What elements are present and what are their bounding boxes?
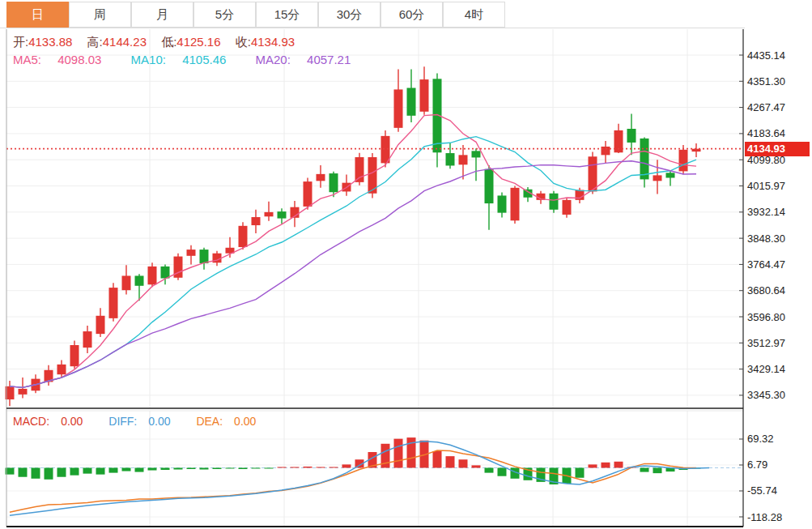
candle — [317, 165, 325, 188]
candle — [252, 210, 261, 233]
candle — [394, 69, 403, 131]
candle — [109, 283, 118, 321]
macd-bar — [329, 467, 338, 467]
candle — [96, 308, 105, 337]
ohlc-info-row: 开:4133.88 高:4144.23 低:4125.16 收:4134.93 — [13, 35, 295, 50]
macd-value: 0.00 — [61, 415, 83, 428]
ma10-value: 4105.46 — [182, 53, 226, 66]
main-axis-label: 3932.14 — [747, 206, 785, 218]
macd-bar — [45, 467, 53, 479]
macd-bar — [472, 465, 481, 467]
ma-info-row: MA5: 4098.03 MA10: 4105.46 MA20: 4057.21 — [13, 53, 376, 66]
open-label: 开: — [13, 35, 28, 49]
macd-bar — [640, 467, 649, 471]
low-label: 低: — [161, 35, 176, 49]
main-axis-label: 3345.30 — [747, 389, 785, 401]
dea-text: DEA:0.00 — [196, 415, 267, 428]
candle — [407, 69, 416, 122]
candle — [122, 265, 131, 294]
high-value: 4144.23 — [103, 35, 147, 49]
candle — [498, 193, 507, 218]
ma20-value: 4057.21 — [307, 53, 351, 66]
ma20-line — [10, 161, 696, 388]
close-value: 4134.93 — [251, 35, 295, 49]
macd-bar — [70, 467, 79, 475]
macd-bar — [187, 467, 196, 469]
main-axis-label: 3429.14 — [747, 363, 785, 375]
ma10-label: MA10: — [131, 53, 166, 66]
main-axis-label: 3764.47 — [747, 258, 785, 271]
macd-bar — [576, 467, 585, 477]
macd-text: MACD:0.00 — [13, 415, 94, 428]
main-axis-label: 4351.30 — [747, 75, 785, 87]
macd-bar — [57, 467, 66, 476]
candle — [187, 245, 196, 265]
main-axis-label: 3512.97 — [747, 337, 785, 349]
open-value: 4133.88 — [28, 35, 72, 49]
candle — [239, 222, 248, 250]
candle — [265, 202, 274, 221]
candle — [433, 73, 442, 167]
macd-bar — [226, 467, 235, 468]
macd-bar — [614, 462, 623, 468]
candle — [653, 160, 662, 194]
candle — [83, 326, 92, 353]
high-label: 高: — [87, 35, 103, 49]
macd-bar — [459, 459, 468, 467]
macd-bar — [433, 451, 442, 467]
chart-canvas: 4435.144351.304267.474183.644099.804015.… — [0, 0, 812, 529]
candle — [45, 365, 53, 386]
macd-bar — [498, 467, 507, 476]
macd-bar — [589, 464, 597, 467]
macd-bar — [252, 467, 261, 468]
candle — [459, 145, 468, 179]
ma20-text: MA20: 4057.21 — [256, 53, 364, 66]
candle — [550, 191, 559, 213]
dea-value: 0.00 — [234, 415, 256, 428]
macd-bar — [239, 467, 248, 469]
macd-bar — [213, 467, 222, 469]
candle — [148, 262, 157, 287]
main-axis-label: 4015.97 — [747, 180, 785, 192]
macd-bar — [342, 464, 351, 467]
candle — [174, 254, 183, 280]
macd-bar — [265, 467, 274, 468]
candle — [511, 186, 520, 224]
ma5-value: 4098.03 — [57, 53, 101, 66]
candle — [446, 143, 455, 169]
macd-axis-label: 69.32 — [747, 433, 774, 445]
macd-bar — [291, 467, 300, 467]
trading-chart-app: 日周月5分15分30分60分4时 4435.144351.304267.4741… — [0, 0, 812, 529]
main-axis-label: 4435.14 — [747, 49, 785, 62]
dea-label: DEA: — [196, 415, 223, 428]
macd-bar — [83, 467, 92, 473]
candle — [200, 248, 209, 270]
close-label: 收: — [236, 35, 251, 49]
macd-bar — [161, 467, 170, 470]
macd-bar — [19, 467, 28, 476]
macd-bar — [485, 467, 494, 472]
macd-axis-label: -55.74 — [747, 484, 777, 497]
candle — [57, 360, 66, 378]
macd-axis-label: 6.79 — [747, 459, 767, 471]
macd-label: MACD: — [13, 415, 49, 428]
low-value: 4125.16 — [176, 35, 220, 49]
ma20-label: MA20: — [256, 53, 291, 66]
ma5-text: MA5: 4098.03 — [13, 53, 114, 66]
candle — [161, 265, 170, 285]
main-axis-label: 4183.64 — [747, 127, 785, 139]
current-price-badge: 4134.93 — [745, 142, 810, 156]
ma5-label: MA5: — [13, 53, 41, 66]
main-axis-label: 3680.64 — [747, 284, 785, 296]
candle — [420, 66, 429, 114]
macd-bar — [174, 467, 183, 469]
macd-bar — [32, 467, 40, 478]
candle — [563, 198, 572, 218]
macd-bar — [304, 467, 312, 468]
candle — [70, 341, 79, 369]
macd-axis-label: -118.28 — [747, 511, 782, 523]
macd-bar — [200, 467, 209, 469]
macd-bar — [122, 467, 131, 471]
macd-bar — [394, 439, 403, 468]
macd-bar — [148, 467, 157, 470]
